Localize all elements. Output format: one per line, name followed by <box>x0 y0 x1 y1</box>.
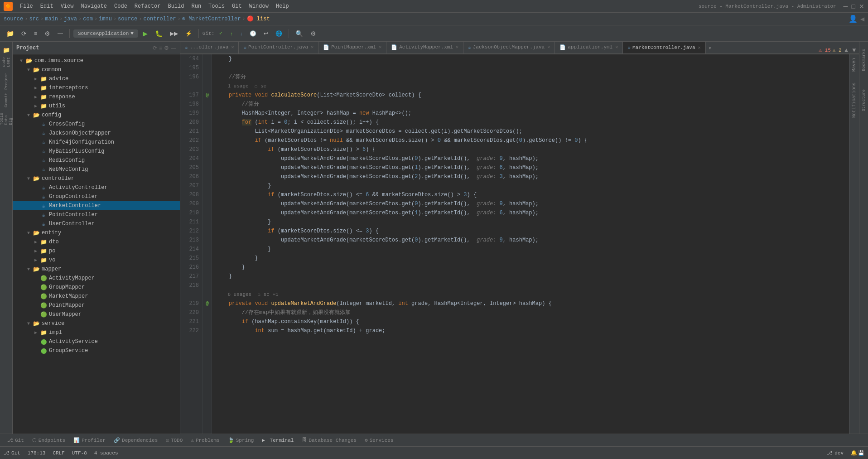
tree-item-com-imnu-source[interactable]: ▼ 📂 com.imnu.source <box>13 56 180 65</box>
tab-overflow-btn[interactable]: ▾ <box>706 43 714 53</box>
menu-tools[interactable]: Tools <box>205 2 228 10</box>
tree-item-advice[interactable]: ▶ 📁 advice <box>13 74 180 83</box>
breadcrumb-src[interactable]: src <box>29 16 39 22</box>
run-button[interactable]: ▶ <box>140 29 150 39</box>
tree-item-service[interactable]: ▼ 📂 service <box>13 319 180 328</box>
sync-button[interactable]: ⟳ <box>19 29 29 39</box>
tab-activitymapper[interactable]: 📄 ActivityMapper.xml ✕ <box>386 42 463 53</box>
scroll-down-btn[interactable]: ▼ <box>851 47 857 53</box>
tree-item-response[interactable]: ▶ 📁 utils <box>13 101 180 111</box>
coverage-button[interactable]: ▶▶ <box>167 29 181 38</box>
tab-close[interactable]: ✕ <box>698 45 701 50</box>
menu-code[interactable]: Code <box>111 2 131 10</box>
left-icon-leetcode[interactable]: Leetcode <box>1 57 11 67</box>
tab-oller[interactable]: ☕ ...oller.java ✕ <box>180 42 239 53</box>
tree-item-redis[interactable]: ▶ ☕ RedisConfig <box>13 156 180 165</box>
code-content[interactable]: } //算分 1 usage ⌂ sc private void calcula… <box>212 54 849 434</box>
avatar-button[interactable]: 👤 <box>849 14 858 23</box>
run-config-dropdown[interactable]: SourceApplication ▼ <box>73 29 138 38</box>
services-tab[interactable]: ⚙ Services <box>361 436 397 444</box>
tree-item-dto[interactable]: ▶ 📁 dto <box>13 237 180 246</box>
tree-item-marketmapper[interactable]: ▶ 🟢 MarketMapper <box>13 292 180 301</box>
tab-close[interactable]: ✕ <box>311 44 313 50</box>
scroll-up-btn[interactable]: ▲ <box>844 47 849 53</box>
project-view-button[interactable]: 📁 <box>4 29 17 39</box>
menu-build[interactable]: Build <box>164 2 188 10</box>
collapse-button[interactable]: ≡ <box>31 29 40 38</box>
tab-close[interactable]: ✕ <box>379 44 381 50</box>
terminal-tab[interactable]: ▶_ Terminal <box>258 436 297 444</box>
breadcrumb-source2[interactable]: source <box>118 16 137 22</box>
tab-close[interactable]: ✕ <box>547 44 550 50</box>
git-revert-button[interactable]: ↩ <box>261 29 271 38</box>
tree-item-group[interactable]: ▶ ☕ GroupController <box>13 192 180 201</box>
back-button[interactable]: ◀ <box>860 16 864 22</box>
git-tab[interactable]: ⎇ Git <box>4 436 28 444</box>
tree-item-controller[interactable]: ▼ 📂 controller <box>13 174 180 183</box>
menu-refactor[interactable]: Refactor <box>131 2 164 10</box>
notifications-panel-btn[interactable]: Notifications <box>852 82 857 118</box>
cursor-position[interactable]: 178:13 <box>28 450 46 456</box>
tab-close[interactable]: ✕ <box>615 44 618 50</box>
left-icon-project2[interactable]: Project <box>1 76 11 86</box>
settings-button[interactable]: ⚙ <box>42 29 53 39</box>
breadcrumb-main[interactable]: main <box>45 16 58 22</box>
close-panel-button[interactable]: — <box>55 29 66 38</box>
tab-jackson[interactable]: ☕ JacksonObjectMapper.java ✕ <box>463 42 555 53</box>
tab-pointmapper[interactable]: 📄 PointMapper.xml ✕ <box>318 42 386 53</box>
breadcrumb-com[interactable]: com <box>83 16 93 22</box>
charset-status[interactable]: UTF-8 <box>72 450 87 456</box>
close-button[interactable]: ✕ <box>859 3 864 10</box>
profiler-tab[interactable]: 📊 Profiler <box>70 436 109 444</box>
tree-item-constant[interactable]: ▶ 📁 interceptors <box>13 83 180 92</box>
tree-item-po[interactable]: ▶ 📁 po <box>13 246 180 256</box>
spring-tab[interactable]: 🍃 Spring <box>224 436 258 444</box>
panel-close-btn[interactable]: — <box>171 45 176 51</box>
breadcrumb-source[interactable]: source <box>4 16 23 22</box>
tree-item-crossconfig[interactable]: ▶ ☕ CrossConfig <box>13 120 180 129</box>
panel-collapse-btn[interactable]: ≡ <box>159 45 162 51</box>
db-changes-tab[interactable]: 🗄 Database Changes <box>298 436 360 444</box>
tab-marketcontroller[interactable]: ☕ MarketController.java ✕ <box>623 42 705 53</box>
search-everywhere-button[interactable]: 🔍 <box>293 29 306 39</box>
tree-item-groupmapper[interactable]: ▶ 🟢 GroupMapper <box>13 283 180 292</box>
breadcrumb-marketcontroller[interactable]: ⊙ MarketController <box>182 15 241 22</box>
breadcrumb-imnu[interactable]: imnu <box>99 16 112 22</box>
maven-panel-btn[interactable]: Maven <box>852 58 857 72</box>
tab-application[interactable]: 📄 application.yml ✕ <box>555 42 623 53</box>
endpoints-tab[interactable]: ⬡ Endpoints <box>29 436 69 444</box>
git-pull-button[interactable]: ↓ <box>237 29 246 38</box>
menu-view[interactable]: View <box>57 2 77 10</box>
menu-window[interactable]: Window <box>246 2 272 10</box>
tree-item-activity[interactable]: ▶ ☕ ActivityController <box>13 183 180 192</box>
tab-point[interactable]: ☕ PointController.java ✕ <box>239 42 318 53</box>
tree-item-mapper[interactable]: ▼ 📂 mapper <box>13 265 180 274</box>
translate-button[interactable]: 🌐 <box>273 29 285 38</box>
menu-help[interactable]: Help <box>272 2 293 10</box>
dependencies-tab[interactable]: 🔗 Dependencies <box>110 436 161 444</box>
tree-item-common[interactable]: ▼ 📂 common <box>13 65 180 74</box>
menu-navigate[interactable]: Navigate <box>77 2 111 10</box>
structure-icon[interactable]: Structure <box>862 89 866 111</box>
maximize-button[interactable]: □ <box>852 3 855 10</box>
branch-status[interactable]: ⎇ dev <box>827 450 844 456</box>
menu-edit[interactable]: Edit <box>37 2 57 10</box>
tree-item-config[interactable]: ▼ 📂 config <box>13 111 180 120</box>
panel-settings-btn[interactable]: ⚙ <box>164 45 169 51</box>
tree-item-activitymapper[interactable]: ▶ 🟢 ActivityMapper <box>13 274 180 283</box>
tree-item-jackson[interactable]: ▶ ☕ JacksonObjectMapper <box>13 129 180 138</box>
tree-item-vo[interactable]: ▶ 📁 vo <box>13 256 180 265</box>
tree-item-groupservice[interactable]: ▶ ⬤ GroupService <box>13 346 180 355</box>
git-branch-button[interactable]: ✓ <box>216 29 226 38</box>
tree-item-webmvc[interactable]: ▶ ☕ WebMvcConfig <box>13 165 180 174</box>
tree-item-user[interactable]: ▶ ☕ UserController <box>13 219 180 228</box>
settings2-button[interactable]: ⚙ <box>308 29 319 39</box>
left-icon-commit[interactable]: Commit <box>1 95 11 105</box>
breadcrumb-list[interactable]: 🔴 list <box>247 15 270 22</box>
tree-item-activityservice[interactable]: ▶ ⬤ ActivityService <box>13 337 180 346</box>
tree-item-market[interactable]: ▶ ☕ MarketController <box>13 201 180 210</box>
indent-status[interactable]: 4 spaces <box>94 450 118 456</box>
menu-run[interactable]: Run <box>188 2 205 10</box>
todo-tab[interactable]: ☑ TODO <box>162 436 186 444</box>
tree-item-usermapper[interactable]: ▶ 🟢 UserMapper <box>13 310 180 319</box>
